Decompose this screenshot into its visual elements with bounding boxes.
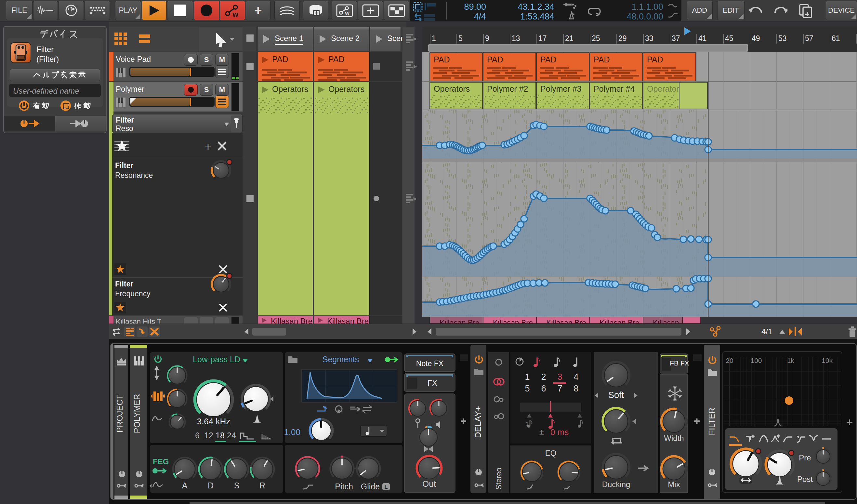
svg-text:53: 53 — [778, 34, 787, 43]
svg-text:5: 5 — [458, 34, 463, 43]
svg-text:6: 6 — [541, 384, 546, 393]
svg-text:EQ: EQ — [545, 449, 557, 457]
svg-text:1.1.1.00: 1.1.1.00 — [632, 2, 663, 12]
svg-text:41: 41 — [698, 34, 707, 43]
svg-text:25: 25 — [592, 34, 600, 43]
svg-text:Ducking: Ducking — [602, 480, 631, 489]
svg-text:13: 13 — [512, 34, 520, 43]
svg-text:8: 8 — [573, 384, 578, 393]
svg-text:Killasan Bre: Killasan Bre — [440, 319, 480, 323]
svg-text:37: 37 — [672, 34, 680, 43]
svg-text:21: 21 — [565, 34, 573, 43]
svg-text:20: 20 — [726, 357, 733, 364]
svg-text:Pre: Pre — [799, 453, 811, 462]
svg-text:10k: 10k — [822, 357, 833, 364]
svg-text:1: 1 — [432, 34, 436, 43]
svg-text:Mix: Mix — [668, 480, 680, 489]
svg-text:Soft: Soft — [608, 390, 624, 400]
svg-text:45: 45 — [725, 34, 734, 43]
svg-text:9: 9 — [485, 34, 489, 43]
svg-text:Width: Width — [664, 434, 684, 442]
svg-text:7: 7 — [557, 384, 562, 393]
svg-text:3: 3 — [557, 372, 562, 382]
svg-text:PAD: PAD — [594, 55, 610, 64]
svg-text:PAD: PAD — [434, 55, 450, 64]
svg-text:±: ± — [539, 427, 544, 437]
svg-text:DELAY+: DELAY+ — [473, 406, 483, 438]
svg-text:33: 33 — [645, 34, 654, 43]
svg-text:4: 4 — [573, 372, 578, 382]
svg-text:w: w — [232, 11, 238, 18]
svg-text:Killasan Bre: Killasan Bre — [493, 319, 533, 323]
svg-text:PAD: PAD — [540, 55, 557, 64]
svg-text:4/4: 4/4 — [474, 12, 486, 21]
svg-text:57: 57 — [805, 34, 813, 43]
svg-text:FILTER: FILTER — [707, 408, 716, 435]
svg-text:49: 49 — [752, 34, 760, 43]
svg-text:0 ms: 0 ms — [550, 427, 569, 437]
svg-text:1k: 1k — [787, 357, 794, 364]
svg-text:Stereo: Stereo — [494, 468, 503, 490]
svg-text:w: w — [345, 10, 350, 16]
svg-text:100: 100 — [750, 357, 762, 364]
svg-text:Out: Out — [422, 479, 436, 489]
svg-text:1:53.484: 1:53.484 — [520, 12, 554, 21]
svg-text:2: 2 — [541, 372, 546, 382]
svg-text:FX: FX — [427, 379, 437, 387]
svg-text:17: 17 — [538, 34, 547, 43]
svg-text:Post: Post — [797, 475, 813, 484]
svg-text:61: 61 — [831, 34, 840, 43]
svg-text:29: 29 — [618, 34, 627, 43]
svg-text:PAD: PAD — [647, 55, 663, 64]
svg-text:FB FX: FB FX — [670, 359, 689, 367]
svg-text:43.1.2.34: 43.1.2.34 — [518, 2, 554, 12]
svg-text:Operators: Operators — [647, 84, 683, 93]
svg-text:Polymer #3: Polymer #3 — [540, 84, 581, 93]
svg-text:Killasan Bre: Killasan Bre — [600, 319, 639, 323]
svg-text:5: 5 — [525, 384, 530, 393]
svg-text:1: 1 — [525, 372, 530, 382]
svg-text:48.0.0.00: 48.0.0.00 — [626, 12, 663, 21]
svg-text:Operators: Operators — [434, 84, 470, 93]
svg-text:Killasan Bre: Killasan Bre — [546, 319, 586, 323]
svg-text:PAD: PAD — [487, 55, 503, 64]
svg-text:Polymer #2: Polymer #2 — [487, 84, 528, 93]
svg-text:Note FX: Note FX — [416, 359, 443, 368]
svg-text:89.00: 89.00 — [464, 2, 486, 12]
svg-text:Polymer #4: Polymer #4 — [594, 84, 635, 93]
